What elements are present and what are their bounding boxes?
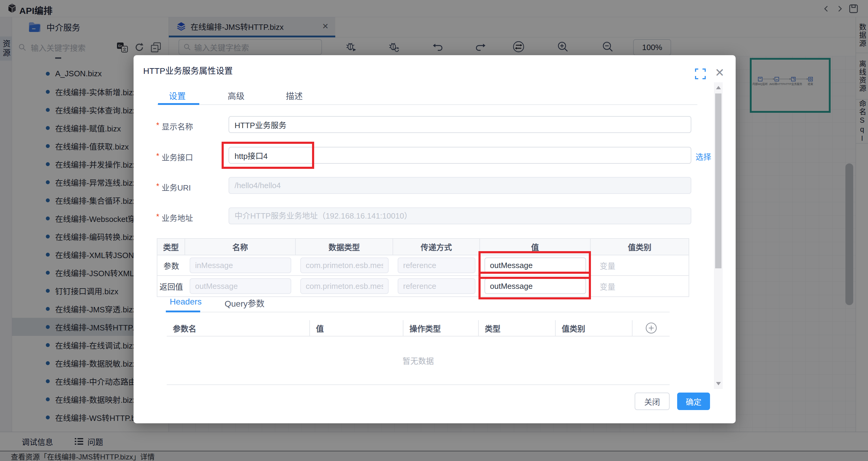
required-star: * [156,182,159,193]
field-label-business-uri: * 业务URI [156,182,191,193]
field-label-business-interface: * 业务接口 [156,151,193,162]
dialog-scrollbar[interactable] [714,82,723,389]
active-subtab-indicator [166,311,200,312]
empty-state: 暂无数据 [167,336,670,385]
parameter-row: 参数 变量 [157,255,689,276]
param-type: 返回值 [157,281,185,292]
annotation-box-return-value [478,272,591,299]
business-uri-input [228,177,691,194]
select-link[interactable]: 选择 [695,151,711,162]
add-header-button[interactable] [632,320,670,336]
field-label-display-name: * 显示名称 [156,121,193,132]
headers-table-header: 参数名 值 操作类型 类型 值类别 [167,320,670,336]
field-label-business-address: * 业务地址 [156,212,193,223]
param-datatype-input [300,257,389,273]
annotation-box-business-interface [222,142,314,169]
param-passmode-input [398,278,475,294]
empty-text: 暂无数据 [402,355,434,366]
subtabs-divider [167,312,670,312]
param-value-category: 变量 [591,260,615,271]
dialog-title: HTTP业务服务属性设置 [143,64,233,76]
parameter-row: 返回值 变量 [157,276,689,296]
scrollbar-thumb[interactable] [715,93,721,268]
business-address-input [228,208,691,224]
active-tab-indicator [158,103,199,105]
parameter-table: 类型 名称 数据类型 传递方式 值 值类别 参数 变量 返回值 [157,238,689,297]
close-icon[interactable]: ✕ [713,66,726,79]
scroll-down-icon[interactable] [716,382,721,385]
tabs-divider [157,104,698,105]
app-window: API编排 资源 中介服务 [0,0,868,461]
http-service-properties-dialog: HTTP业务服务属性设置 ✕ 设置 高级 描述 * 显示名称 * 业务接口 选择 [133,55,736,423]
required-star: * [156,121,159,132]
tab-settings[interactable]: 设置 [167,90,187,102]
headers-table: 参数名 值 操作类型 类型 值类别 暂无数据 [167,320,670,385]
confirm-button[interactable]: 确定 [677,393,710,410]
tab-advanced[interactable]: 高级 [226,90,246,102]
display-name-input[interactable] [228,116,691,133]
param-value-category: 变量 [591,281,615,292]
fullscreen-icon[interactable] [694,68,706,80]
plus-circle-icon [645,322,657,334]
param-type: 参数 [157,260,185,271]
param-name-input [190,257,291,273]
param-passmode-input [398,257,475,273]
required-star: * [156,151,159,162]
required-star: * [156,212,159,223]
tab-description[interactable]: 描述 [285,90,304,102]
tab-headers[interactable]: Headers [170,297,202,307]
tab-query-params[interactable]: Query参数 [225,297,265,309]
param-name-input [190,278,291,294]
param-datatype-input [300,278,389,294]
close-button[interactable]: 关闭 [634,393,670,410]
parameter-table-header: 类型 名称 数据类型 传递方式 值 值类别 [157,239,689,255]
scroll-up-icon[interactable] [716,86,721,89]
